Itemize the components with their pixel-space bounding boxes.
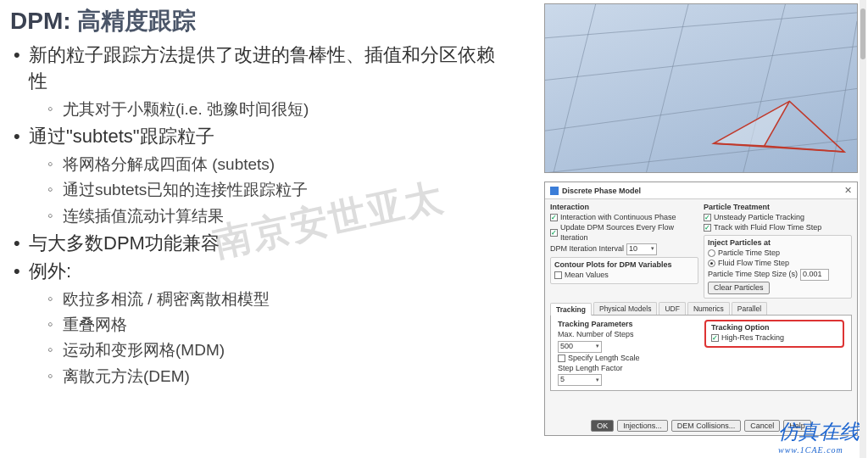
svg-line-0	[545, 13, 857, 38]
svg-line-3	[545, 139, 857, 173]
bullet-l2: 离散元方法(DEM)	[29, 364, 509, 389]
slide-title: DPM: 高精度跟踪	[10, 5, 509, 37]
svg-line-12	[765, 146, 844, 152]
step-length-factor[interactable]: 5▾	[558, 374, 602, 386]
max-steps[interactable]: 500▾	[558, 341, 602, 353]
bullet-l2: 重叠网格	[29, 312, 509, 338]
scrollbar[interactable]	[860, 0, 866, 458]
dialog-icon	[550, 187, 559, 195]
chk-interaction-continuous[interactable]	[550, 214, 558, 221]
svg-line-5	[646, 4, 688, 173]
tracking-params-heading: Tracking Parameters	[558, 320, 698, 328]
close-icon[interactable]: ✕	[844, 185, 852, 196]
bullet-l1: 例外:欧拉多相流 / 稠密离散相模型重叠网格运动和变形网格(MDM)离散元方法(…	[10, 259, 509, 389]
dem-collisions-button[interactable]: DEM Collisions...	[671, 420, 742, 432]
tab-udf[interactable]: UDF	[659, 302, 685, 315]
chk-mean-values[interactable]	[554, 271, 562, 279]
particle-step-size[interactable]: 0.001	[800, 269, 829, 281]
interaction-heading: Interaction	[550, 203, 698, 211]
chk-update-sources[interactable]	[550, 229, 558, 237]
cancel-button[interactable]: Cancel	[744, 420, 780, 432]
bullet-list: 新的粒子跟踪方法提供了改进的鲁棒性、插值和分区依赖性尤其对于小颗粒(i.e. 弛…	[10, 42, 509, 389]
clear-particles-button[interactable]: Clear Particles	[708, 282, 770, 294]
bullet-l2: 欧拉多相流 / 稠密离散相模型	[29, 287, 509, 312]
bullet-l2: 将网格分解成四面体 (subtets)	[29, 152, 509, 177]
chk-high-res-tracking[interactable]	[711, 334, 719, 342]
tab-physical-models[interactable]: Physical Models	[593, 302, 657, 315]
tracking-option-highlight: Tracking Option High-Res Tracking	[704, 320, 844, 347]
chk-specify-length[interactable]	[558, 355, 565, 362]
watermark-right: 仿真在线 www.1CAE.com	[778, 418, 860, 455]
svg-line-2	[545, 88, 857, 131]
bullet-l2: 尤其对于小颗粒(i.e. 弛豫时间很短)	[29, 97, 509, 122]
dpm-iter-interval[interactable]: 10▾	[626, 243, 657, 255]
tab-numerics[interactable]: Numerics	[687, 302, 730, 315]
bullet-l1: 新的粒子跟踪方法提供了改进的鲁棒性、插值和分区依赖性尤其对于小颗粒(i.e. 弛…	[10, 42, 509, 122]
bullet-l1: 与大多数DPM功能兼容	[10, 231, 509, 257]
chk-track-fluid-step[interactable]	[704, 224, 711, 232]
rad-particle-step[interactable]	[708, 249, 715, 257]
mesh-illustration	[544, 3, 858, 173]
inject-heading: Inject Particles at	[708, 238, 848, 247]
dpm-dialog: Discrete Phase Model ✕ Interaction Inter…	[544, 182, 858, 436]
chk-unsteady-tracking[interactable]	[704, 214, 711, 221]
dialog-title: Discrete Phase Model	[562, 187, 844, 195]
ok-button[interactable]: OK	[591, 420, 614, 432]
treatment-heading: Particle Treatment	[704, 203, 852, 211]
bullet-l2: 连续插值流动计算结果	[29, 204, 509, 229]
svg-line-1	[545, 47, 857, 81]
svg-line-4	[554, 4, 596, 173]
bullet-l2: 通过subtets已知的连接性跟踪粒子	[29, 177, 509, 203]
injections-button[interactable]: Injections...	[617, 420, 668, 432]
bullet-l2: 运动和变形网格(MDM)	[29, 338, 509, 363]
tab-parallel[interactable]: Parallel	[732, 302, 767, 315]
contour-heading: Contour Plots for DPM Variables	[554, 260, 694, 269]
dialog-tabs: TrackingPhysical ModelsUDFNumericsParall…	[550, 302, 852, 316]
rad-fluid-step[interactable]	[708, 260, 715, 267]
svg-line-7	[832, 21, 857, 173]
bullet-l1: 通过"subtets"跟踪粒子将网格分解成四面体 (subtets)通过subt…	[10, 124, 509, 229]
tab-tracking[interactable]: Tracking	[550, 303, 592, 316]
